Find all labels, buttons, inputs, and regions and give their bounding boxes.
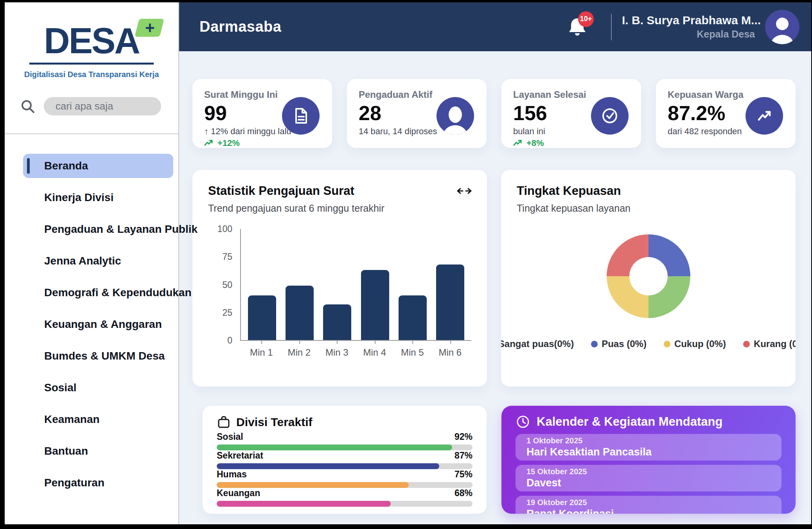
division-row-sekretariat: Sekretariat87%: [217, 450, 472, 469]
donut-chart-card: Tingkat Kepuasan Tingkat kepuasan layana…: [501, 170, 796, 387]
bottom-row: Divisi Teraktif Sosial92% Sekretariat87%…: [203, 406, 796, 514]
sidebar-item-keamanan[interactable]: Keamanan: [23, 407, 173, 432]
logo-word: DESA: [44, 21, 139, 61]
legend-dot-red: [743, 341, 750, 347]
division-rows: Sosial92% Sekretariat87% Humas75% Keuang…: [217, 432, 472, 507]
sidebar-item-kinerja-divisi[interactable]: Kinerja Divisi: [23, 185, 173, 210]
donut-legend: Sangat puas(0%) Puas (0%) Cukup (0%) Kur…: [517, 338, 780, 349]
sidebar-item-bantuan[interactable]: Bantuan: [23, 439, 173, 463]
stat-card-surat-minggu-ini: Surat Minggu Ini 99 ↑ 12% dari minggu la…: [192, 79, 332, 148]
calendar-events: 1 Oktober 2025 Hari Kesaktian Pancasila …: [516, 434, 781, 514]
check-circle-icon: [591, 97, 629, 135]
search-row: [5, 97, 178, 115]
header-divider: [611, 14, 612, 40]
y-axis-labels: 100 75 50 25 0: [208, 224, 232, 346]
logo-underline: [29, 63, 154, 65]
bar-min-6: [436, 264, 464, 340]
user-role: Kepala Desa: [622, 29, 755, 40]
trend-up-icon: [204, 139, 214, 147]
briefcase-icon: [217, 415, 231, 429]
resize-horizontal-icon[interactable]: [456, 185, 472, 198]
sidebar: DESA+ Digitalisasi Desa Transparansi Ker…: [5, 2, 179, 524]
sidebar-item-pengaduan-layanan-publik[interactable]: Pengaduan & Layanan Publik: [23, 217, 173, 241]
legend-dot-blue: [591, 341, 598, 347]
x-axis-labels: Min 1 Min 2 Min 3 Min 4 Min 5 Min 6: [240, 344, 471, 358]
progress-fill: [217, 501, 391, 507]
legend-dot-yellow: [664, 341, 670, 347]
progress-fill: [217, 444, 452, 450]
sidebar-divider: [5, 133, 178, 134]
user-avatar[interactable]: [765, 10, 799, 44]
user-info: I. B. Surya Prabhawa M... Kepala Desa: [622, 14, 755, 40]
bar-min-1: [248, 295, 276, 340]
logo: DESA+ Digitalisasi Desa Transparansi Ker…: [5, 2, 178, 79]
division-row-sosial: Sosial92%: [217, 432, 472, 450]
logo-plus-icon: +: [135, 19, 164, 37]
trending-up-icon: [746, 97, 783, 135]
legend-item-sangat-puas: Sangat puas(0%): [501, 338, 574, 349]
calendar-event[interactable]: 15 Oktober 2025 Davest: [516, 465, 781, 491]
header-right: 10+ I. B. Surya Prabhawa M... Kepala Des…: [567, 10, 799, 44]
notification-badge: 10+: [578, 11, 594, 27]
bar-chart-subtitle: Trend pengajuan surat 6 minggu terakhir: [208, 203, 471, 214]
sidebar-item-pengaturan[interactable]: Pengaturan: [23, 471, 173, 495]
donut-chart: [607, 234, 690, 318]
legend-item-cukup: Cukup (0%): [664, 338, 726, 349]
search-icon: [20, 98, 36, 115]
donut-chart-title: Tingkat Kepuasan: [517, 184, 780, 198]
sidebar-item-keuangan-anggaran[interactable]: Keuangan & Anggaran: [23, 312, 173, 336]
user-name: I. B. Surya Prabhawa M...: [622, 14, 755, 27]
stat-card-layanan-selesai: Layanan Selesai 156 bulan ini +8%: [501, 79, 641, 148]
division-row-keuangan: Keuangan68%: [217, 488, 472, 507]
stat-card-pengaduan-aktif: Pengaduan Aktif 28 14 baru, 14 diproses: [347, 79, 487, 148]
division-title: Divisi Teraktif: [236, 416, 313, 429]
progress-fill: [217, 463, 439, 469]
legend-item-kurang: Kurang (0%): [743, 338, 796, 349]
bar-min-4: [361, 270, 389, 340]
calendar-card: Kalender & Kegiatan Mendatang 1 Oktober …: [501, 406, 796, 514]
document-icon: [282, 97, 320, 135]
stat-trend: +12%: [204, 138, 320, 148]
sidebar-menu: Beranda Kinerja Divisi Pengaduan & Layan…: [5, 154, 178, 502]
calendar-event[interactable]: 1 Oktober 2025 Hari Kesaktian Pancasila: [516, 434, 781, 461]
bar-chart: 100 75 50 25 0 Min: [208, 229, 471, 358]
notification-bell[interactable]: 10+: [567, 16, 587, 38]
progress-fill: [217, 482, 409, 488]
sidebar-item-jenna-analytic[interactable]: Jenna Analytic: [23, 249, 173, 273]
bar-min-2: [286, 286, 314, 340]
search-input[interactable]: [44, 97, 161, 115]
logo-text: DESA+: [44, 23, 139, 59]
active-indicator-bar: [27, 158, 30, 174]
bar-chart-title: Statistik Pengajuan Surat: [208, 184, 471, 198]
donut-chart-subtitle: Tingkat kepuasan layanan: [517, 203, 780, 214]
clock-icon: [516, 414, 530, 429]
sidebar-item-demografi-kependudukan[interactable]: Demografi & Kependudukan: [23, 281, 173, 305]
bar-chart-card: Statistik Pengajuan Surat Trend pengajua…: [192, 170, 487, 387]
bar-plot: [240, 229, 471, 341]
sidebar-item-beranda[interactable]: Beranda: [23, 154, 173, 178]
trend-up-icon: [513, 139, 523, 147]
stat-trend: +8%: [513, 138, 629, 148]
sidebar-item-sosial[interactable]: Sosial: [23, 376, 173, 400]
charts-row: Statistik Pengajuan Surat Trend pengajua…: [192, 170, 796, 387]
stats-row: Surat Minggu Ini 99 ↑ 12% dari minggu la…: [192, 79, 796, 148]
bar-min-5: [399, 295, 427, 340]
top-header: Darmasaba 10+ I. B. Surya Prabhawa M... …: [179, 2, 811, 51]
page-title: Darmasaba: [199, 18, 281, 35]
app-window: DESA+ Digitalisasi Desa Transparansi Ker…: [5, 2, 811, 524]
logo-tagline: Digitalisasi Desa Transparansi Kerja: [5, 70, 178, 79]
sidebar-item-bumdes-umkm[interactable]: Bumdes & UMKM Desa: [23, 344, 173, 368]
main-content: Surat Minggu Ini 99 ↑ 12% dari minggu la…: [179, 51, 811, 524]
avatar-person-icon: [776, 18, 789, 30]
person-icon: [437, 97, 474, 135]
bar-min-3: [323, 304, 351, 340]
division-row-humas: Humas75%: [217, 469, 472, 488]
stat-card-kepuasan-warga: Kepuasan Warga 87.2% dari 482 responden: [656, 79, 796, 148]
division-card: Divisi Teraktif Sosial92% Sekretariat87%…: [203, 406, 487, 514]
calendar-event[interactable]: 19 Oktober 2025 Rapat Koordinasi: [516, 496, 781, 514]
calendar-title: Kalender & Kegiatan Mendatang: [537, 415, 722, 429]
legend-item-puas: Puas (0%): [591, 338, 647, 349]
